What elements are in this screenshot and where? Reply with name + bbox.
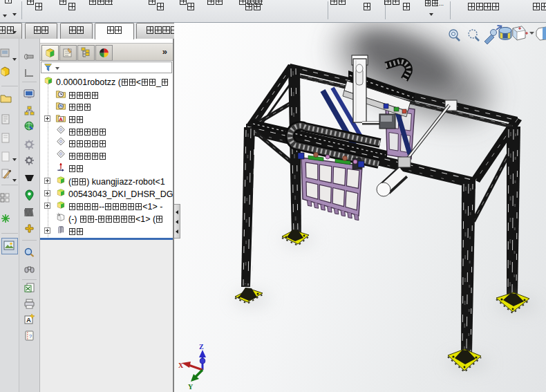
svg-text:?: ? [29,333,32,339]
svg-text:Z: Z [199,343,204,351]
svg-text:Y: Y [188,383,194,391]
svg-text:X: X [178,362,184,369]
svg-text:A: A [59,116,63,122]
svg-text:A: A [26,317,31,324]
